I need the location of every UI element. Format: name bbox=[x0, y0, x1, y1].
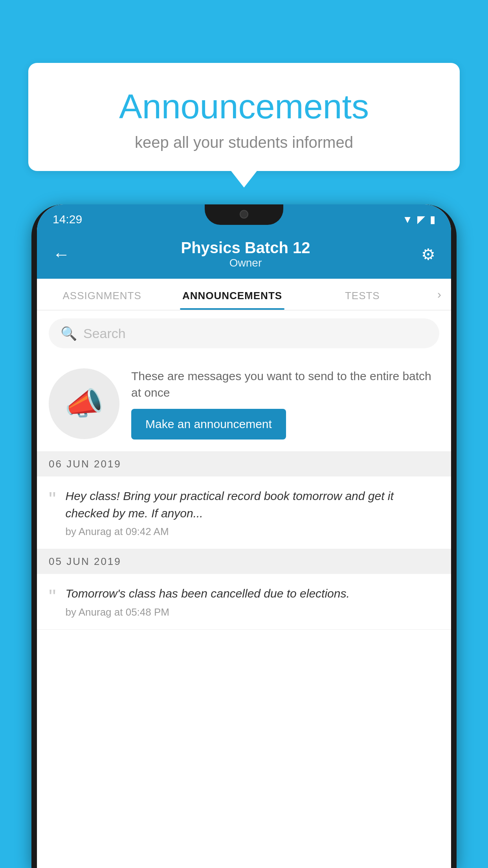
announcement-content-1: Hey class! Bring your practical record b… bbox=[65, 487, 439, 538]
megaphone-icon: 📣 bbox=[64, 385, 104, 422]
bubble-title: Announcements bbox=[44, 86, 444, 127]
battery-icon: ▮ bbox=[430, 213, 435, 226]
header-subtitle: Owner bbox=[181, 257, 310, 269]
speech-bubble: Announcements keep all your students inf… bbox=[28, 63, 460, 171]
tab-assignments[interactable]: ASSIGNMENTS bbox=[37, 279, 167, 310]
tab-announcements[interactable]: ANNOUNCEMENTS bbox=[167, 279, 297, 310]
header-title: Physics Batch 12 bbox=[181, 239, 310, 257]
wifi-icon: ▼ bbox=[402, 213, 413, 226]
announcement-item-1: " Hey class! Bring your practical record… bbox=[37, 476, 451, 549]
back-button[interactable]: ← bbox=[53, 245, 70, 264]
camera bbox=[240, 210, 248, 219]
notch bbox=[205, 204, 283, 225]
announcement-content-2: Tomorrow's class has been cancelled due … bbox=[65, 585, 439, 618]
date-header-1: 06 JUN 2019 bbox=[37, 452, 451, 476]
search-container: 🔍 Search bbox=[37, 311, 451, 356]
settings-icon[interactable]: ⚙ bbox=[421, 245, 435, 263]
phone-frame: 14:29 ▼ ◤ ▮ ← Physics Batch 12 Owner ⚙ A… bbox=[31, 204, 457, 868]
header-title-group: Physics Batch 12 Owner bbox=[181, 239, 310, 269]
phone-screen: 14:29 ▼ ◤ ▮ ← Physics Batch 12 Owner ⚙ A… bbox=[37, 204, 451, 868]
quote-icon-2: " bbox=[49, 587, 56, 607]
bubble-subtitle: keep all your students informed bbox=[44, 134, 444, 151]
promo-section: 📣 These are messages you want to send to… bbox=[37, 356, 451, 452]
search-placeholder: Search bbox=[83, 326, 126, 341]
promo-description: These are messages you want to send to t… bbox=[131, 368, 439, 401]
date-header-2: 05 JUN 2019 bbox=[37, 549, 451, 574]
quote-icon-1: " bbox=[49, 489, 56, 509]
tab-more[interactable]: › bbox=[427, 279, 451, 310]
announcement-text-2: Tomorrow's class has been cancelled due … bbox=[65, 585, 439, 602]
tab-bar: ASSIGNMENTS ANNOUNCEMENTS TESTS › bbox=[37, 279, 451, 311]
promo-content: These are messages you want to send to t… bbox=[131, 368, 439, 440]
promo-icon-circle: 📣 bbox=[49, 368, 119, 439]
search-bar[interactable]: 🔍 Search bbox=[49, 318, 439, 348]
app-header: ← Physics Batch 12 Owner ⚙ bbox=[37, 231, 451, 279]
search-icon: 🔍 bbox=[61, 326, 77, 341]
tab-tests[interactable]: TESTS bbox=[297, 279, 427, 310]
announcement-meta-2: by Anurag at 05:48 PM bbox=[65, 606, 439, 618]
announcement-text-1: Hey class! Bring your practical record b… bbox=[65, 487, 439, 522]
status-icons: ▼ ◤ ▮ bbox=[402, 213, 435, 226]
status-time: 14:29 bbox=[53, 213, 82, 226]
announcement-item-2: " Tomorrow's class has been cancelled du… bbox=[37, 574, 451, 630]
signal-icon: ◤ bbox=[417, 213, 425, 226]
make-announcement-button[interactable]: Make an announcement bbox=[131, 409, 286, 440]
announcement-meta-1: by Anurag at 09:42 AM bbox=[65, 526, 439, 538]
